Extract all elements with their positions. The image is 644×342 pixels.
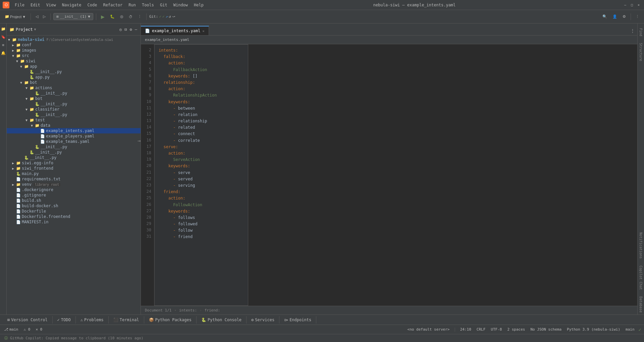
tree-bot-init[interactable]: ▶ 🐍 __init__.py: [7, 150, 141, 155]
nav-forward-button[interactable]: ▷: [41, 13, 48, 20]
project-button[interactable]: 📁 Project ▼: [3, 13, 28, 20]
tree-siwi[interactable]: ▼ 📁 siwi: [7, 58, 141, 64]
tree-test[interactable]: ▼ 📁 test: [7, 117, 141, 123]
menu-git[interactable]: Git: [157, 2, 170, 8]
tree-actions-init[interactable]: ▶ 🐍 __init__.py: [7, 91, 141, 96]
tree-example-teams[interactable]: ▶ 📄 example_teams.yaml: [7, 139, 141, 144]
tree-dockerignore[interactable]: ▶ 📄 .dockerignore: [7, 187, 141, 192]
tree-app[interactable]: ▼ 📁 app: [7, 64, 141, 69]
tree-app-init[interactable]: ▶ 🐍 __init__.py: [7, 69, 141, 74]
statusbar-line-col[interactable]: 24:10: [459, 327, 473, 332]
menu-file[interactable]: File: [12, 2, 27, 8]
user-button[interactable]: 👤: [610, 13, 619, 20]
menu-help[interactable]: Help: [191, 2, 206, 8]
git-history-icon[interactable]: ⤻: [172, 14, 175, 19]
panel-dropdown-icon[interactable]: ▼: [34, 27, 36, 31]
copilot-chat-panel-icon[interactable]: Copilot Chat: [638, 264, 643, 292]
tree-root[interactable]: ▼ 📁 nebula-siwi F:\ConversationSystem\ne…: [7, 37, 141, 42]
tab-terminal[interactable]: ⬛ Terminal: [109, 316, 144, 324]
database-panel-icon[interactable]: Database: [638, 294, 643, 315]
project-icon[interactable]: 📁: [1, 26, 6, 32]
tree-bot-bot-init[interactable]: ▶ 🐍 __init__.py: [7, 101, 141, 107]
tree-classifier[interactable]: ▼ 📁 classifier: [7, 107, 141, 112]
tree-src[interactable]: ▼ 📁 src: [7, 53, 141, 58]
panel-settings-icon[interactable]: ⚙: [129, 26, 133, 33]
find-panel-icon[interactable]: Find: [638, 26, 643, 38]
statusbar-git-icon[interactable]: ⎇ main: [3, 327, 20, 332]
run-button[interactable]: ▶: [99, 13, 107, 21]
tab-python-packages[interactable]: 📦 Python Packages: [144, 316, 197, 324]
search-button[interactable]: 🔍: [600, 13, 609, 20]
tab-todo[interactable]: ✓ TODO: [53, 316, 76, 324]
tree-bot-bot[interactable]: ▼ 📁 bot: [7, 96, 141, 101]
git-check-icon[interactable]: ✓: [159, 14, 161, 19]
editor-tab-example-intents[interactable]: 📄 example_intents.yaml ✕: [141, 26, 209, 35]
statusbar-python[interactable]: Python 3.9 (nebula-siwi): [566, 327, 622, 332]
tree-conf[interactable]: ▶ 📁 conf: [7, 42, 141, 48]
notifications-icon[interactable]: 🔔: [1, 50, 6, 56]
more-run-button[interactable]: ⋮: [136, 13, 144, 20]
menu-view[interactable]: View: [44, 2, 59, 8]
tree-apppy[interactable]: ▶ 🐍 app.py: [7, 74, 141, 80]
tree-buildsh[interactable]: ▶ 📄 build.sh: [7, 198, 141, 203]
statusbar-indent[interactable]: 2 spaces: [506, 327, 526, 332]
tree-mainpy[interactable]: ▶ 🐍 main.py: [7, 171, 141, 176]
tab-problems[interactable]: ⚠ Problems: [76, 316, 109, 324]
statusbar-main[interactable]: main: [624, 327, 636, 332]
tree-images[interactable]: ▶ 📁 images: [7, 48, 141, 53]
tree-classifier-init[interactable]: ▶ 🐍 __init__.py: [7, 112, 141, 117]
statusbar-errors[interactable]: ✕ 0: [34, 327, 44, 332]
more-button[interactable]: ⋮: [634, 13, 641, 20]
tree-bot[interactable]: ▼ 📁 bot: [7, 80, 141, 85]
statusbar-warnings[interactable]: ⚠ 0: [22, 327, 32, 332]
tree-example-intents[interactable]: ▶ 📄 example_intents.yaml: [7, 128, 141, 133]
nav-back-button[interactable]: ◁: [34, 13, 40, 20]
maximize-button[interactable]: □: [629, 2, 635, 8]
statusbar-line-ending[interactable]: CRLF: [475, 327, 487, 332]
structure-panel-icon[interactable]: Structure: [638, 41, 643, 63]
tree-dockerfile-frontend[interactable]: ▶ 📄 Dockerfile.froentend: [7, 214, 141, 219]
code-content[interactable]: intents: fallback: action: FallbackActio…: [154, 44, 248, 306]
tab-version-control[interactable]: ⊞ Version Control: [3, 316, 53, 324]
menu-tools[interactable]: Tools: [139, 2, 157, 8]
notifications-panel-icon[interactable]: Notifications: [638, 230, 643, 261]
tab-endpoints[interactable]: ⌲ Endpoints: [279, 316, 316, 324]
menu-edit[interactable]: Edit: [28, 2, 43, 8]
coverage-button[interactable]: ◎: [118, 13, 125, 20]
structure-icon[interactable]: ≡: [1, 42, 6, 48]
tree-dockerfile[interactable]: ▶ 📄 Dockerfile: [7, 209, 141, 214]
tree-venv[interactable]: ▶ 📁 venv library root: [7, 182, 141, 187]
git-forward-icon[interactable]: ↗: [166, 14, 168, 19]
menu-window[interactable]: Window: [171, 2, 191, 8]
menu-run[interactable]: Run: [126, 2, 139, 8]
tab-services[interactable]: ⚙ Services: [247, 316, 279, 324]
tree-gitignore[interactable]: ▶ 📄 .gitignore: [7, 192, 141, 198]
statusbar-schema[interactable]: No JSON schema: [529, 327, 563, 332]
bookmarks-icon[interactable]: 🔖: [1, 34, 6, 40]
settings-button[interactable]: ⚙: [621, 13, 628, 20]
branch-selector[interactable]: ⊞ __init__ (1) ▼: [53, 13, 93, 20]
minimize-button[interactable]: —: [623, 2, 628, 8]
tab-python-console[interactable]: 🐍 Python Console: [197, 316, 247, 324]
close-button[interactable]: ✕: [636, 2, 641, 8]
tree-requirements[interactable]: ▶ 📄 requirements.txt: [7, 176, 141, 182]
profile-button[interactable]: ⏱: [127, 13, 135, 20]
tab-more-button[interactable]: ⋮: [628, 26, 637, 35]
tree-manifest[interactable]: ▶ 📄 MANIFEST.in: [7, 219, 141, 225]
tree-builddockersh[interactable]: ▶ 📄 build-docker.sh: [7, 203, 141, 209]
menu-navigate[interactable]: Navigate: [59, 2, 84, 8]
tree-example-players[interactable]: ▶ 📄 example_players.yaml: [7, 133, 141, 139]
close-tab-icon[interactable]: ✕: [203, 29, 205, 33]
tree-data[interactable]: ▼ 📁 data: [7, 123, 141, 128]
tree-egg-info[interactable]: ▶ 📁 siwi.egg-info: [7, 160, 141, 166]
tree-siwi-init[interactable]: ▶ 🐍 __init__.py: [7, 155, 141, 160]
git-check2-icon[interactable]: ✓: [162, 14, 165, 19]
tree-test-init[interactable]: ▶ 🐍 __init__.py: [7, 144, 141, 150]
statusbar-encoding[interactable]: UTF-8: [489, 327, 503, 332]
statusbar-server[interactable]: <no default server>: [406, 327, 451, 332]
menu-code[interactable]: Code: [85, 2, 100, 8]
panel-close-icon[interactable]: —: [134, 26, 138, 33]
tree-actions[interactable]: ▼ 📁 actions: [7, 85, 141, 91]
tree-siwi-frontend[interactable]: ▶ 📁 siwi_frontend: [7, 166, 141, 171]
debug-button[interactable]: 🐛: [108, 13, 117, 20]
